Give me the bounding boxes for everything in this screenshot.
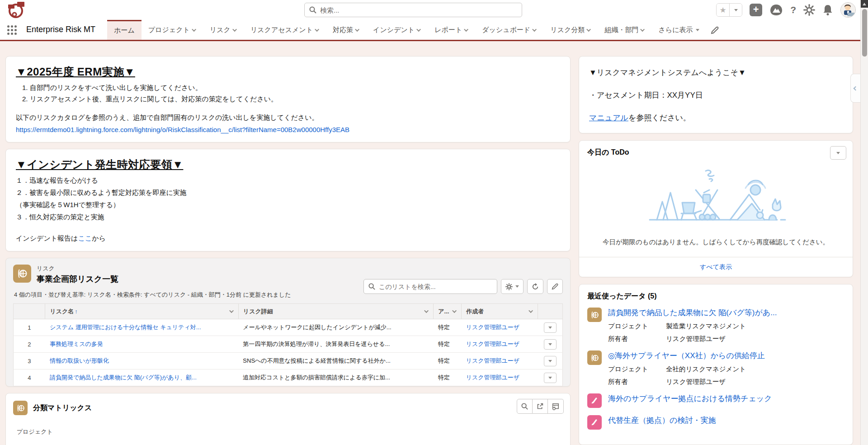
recent-record-link[interactable]: 請負開発で納品した成果物に欠 陥(バグ等)があ...: [608, 308, 777, 318]
user-avatar[interactable]: [840, 2, 856, 18]
classification-matrix-card: 分類マトリックス プロジェクト: [5, 393, 571, 445]
incident-line-1: １．迅速な報告を心がける: [16, 176, 560, 185]
home-page-content: ▼2025年度 ERM実施▼ 1. 自部門のリスクをすべて洗い出しを実施してくだ…: [0, 43, 860, 445]
favorites-split-button[interactable]: ★: [716, 3, 742, 17]
chevron-down-icon[interactable]: [452, 308, 457, 313]
erm-item-1: 1. 自部門のリスクをすべて洗い出しを実施してください。: [22, 84, 560, 92]
list-search-input[interactable]: [379, 283, 487, 290]
matrix-project-input[interactable]: [17, 437, 270, 445]
tab-risk-assessment[interactable]: リスクアセスメント: [244, 20, 326, 40]
setup-gear-icon[interactable]: [803, 4, 815, 16]
tab-countermeasure[interactable]: 対応策: [326, 20, 366, 40]
scrollbar-thumb[interactable]: [862, 9, 867, 57]
global-search-input[interactable]: [320, 6, 510, 14]
col-risk-detail[interactable]: リスク詳細: [238, 304, 433, 319]
risk-name-link[interactable]: 請負開発で納品した成果物に欠 陥(バグ等)があり、顧...: [50, 374, 197, 381]
creator-link[interactable]: リスク管理部ユーザ: [466, 324, 520, 331]
recent-record-link[interactable]: ◎海外サプライヤー（XX社）からの供給停止: [608, 350, 765, 361]
list-view-title[interactable]: 事業企画部リスク一覧: [37, 274, 118, 284]
row-actions-button[interactable]: [544, 356, 557, 366]
todo-title: 今日の ToDo: [587, 148, 844, 157]
chevron-down-icon[interactable]: [416, 27, 421, 32]
matrix-open-button[interactable]: [533, 399, 548, 414]
edit-nav-pencil-icon[interactable]: [711, 26, 719, 34]
favorite-star-icon[interactable]: ★: [717, 4, 729, 16]
search-icon: [309, 6, 316, 14]
chevron-down-icon[interactable]: [532, 27, 537, 32]
list-refresh-button[interactable]: [527, 279, 543, 294]
assessment-cell: 特定: [434, 353, 462, 369]
recent-record-link[interactable]: 代替生産（拠点）の検討・実施: [608, 415, 716, 426]
pencil-icon: [552, 283, 558, 290]
nav-tabs: ホーム プロジェクト リスク リスクアセスメント 対応策 インシデント レポート…: [107, 20, 706, 40]
tab-project[interactable]: プロジェクト: [142, 20, 203, 40]
recent-record-link[interactable]: 海外のサプライヤー拠点における情勢チェック: [608, 393, 772, 404]
chevron-down-icon[interactable]: [315, 27, 319, 32]
risk-catalog-link[interactable]: https://ermtdemo01.lightning.force.com/l…: [16, 126, 349, 133]
manual-link[interactable]: マニュアル: [589, 114, 628, 122]
chevron-down-icon[interactable]: [229, 308, 234, 313]
scroll-up-button[interactable]: [861, 0, 868, 8]
help-icon[interactable]: ?: [790, 5, 796, 15]
incident-report-link[interactable]: ここ: [78, 234, 92, 242]
app-name[interactable]: Enterprise Risk MT: [26, 25, 95, 40]
tab-dashboard[interactable]: ダッシュボード: [475, 20, 543, 40]
matrix-table-settings-button[interactable]: [548, 399, 564, 414]
row-actions-button[interactable]: [544, 373, 557, 383]
col-risk-name[interactable]: リスク名↑: [45, 304, 238, 319]
chevron-down-icon[interactable]: [355, 27, 359, 32]
list-edit-button[interactable]: [547, 279, 563, 294]
col-creator[interactable]: 作成者: [462, 304, 538, 319]
notifications-bell-icon[interactable]: [822, 4, 833, 16]
col-assessment[interactable]: ア...: [434, 304, 462, 319]
tab-show-more[interactable]: さらに表示: [651, 20, 706, 40]
matrix-search-button[interactable]: [517, 399, 533, 414]
trailhead-guidance-icon[interactable]: [769, 4, 783, 16]
creator-link[interactable]: リスク管理部ユーザ: [466, 357, 520, 364]
global-actions-button[interactable]: +: [750, 4, 762, 16]
assessment-cell: 特定: [434, 319, 462, 336]
chevron-down-icon[interactable]: [587, 27, 591, 32]
risk-list-view-card: リスク 事業企画部リスク一覧 4: [5, 258, 571, 387]
list-search-box[interactable]: [363, 279, 497, 294]
tab-risk[interactable]: リスク: [203, 20, 244, 40]
risk-name-link[interactable]: 情報の取扱いが形骸化: [50, 357, 109, 364]
chevron-down-icon[interactable]: [424, 308, 429, 313]
chevron-down-icon[interactable]: [528, 308, 533, 313]
tab-home[interactable]: ホーム: [107, 20, 142, 40]
gear-icon: [505, 283, 513, 290]
row-actions-button[interactable]: [544, 322, 557, 333]
tab-incident[interactable]: インシデント: [366, 20, 428, 40]
chevron-left-icon: [854, 86, 858, 90]
risk-name-link[interactable]: 事務処理ミスの多発: [50, 341, 103, 347]
risk-detail-cell: 追加対応コストと多額の損害賠償請求による赤字に加...: [238, 369, 433, 386]
row-number: 3: [14, 353, 45, 369]
col-actions: [538, 304, 563, 319]
todo-menu-button[interactable]: [830, 146, 846, 160]
risk-object-icon: [587, 350, 602, 365]
list-settings-button[interactable]: [501, 279, 524, 294]
tab-risk-classification[interactable]: リスク分類: [543, 20, 598, 40]
global-search[interactable]: [304, 3, 522, 17]
favorites-dropdown[interactable]: [729, 4, 742, 16]
todo-card: 今日の ToDo: [579, 140, 853, 277]
row-actions-button[interactable]: [544, 339, 557, 350]
risk-name-link[interactable]: システム 運用管理における十分な情報セ キュリティ対...: [50, 324, 201, 331]
list-item: ◎海外サプライヤー（XX社）からの供給停止 プロジェクト全社的リスクマネジメント…: [587, 350, 844, 386]
creator-link[interactable]: リスク管理部ユーザ: [466, 374, 520, 381]
creator-link[interactable]: リスク管理部ユーザ: [466, 341, 520, 347]
app-launcher-icon[interactable]: [7, 25, 17, 35]
chevron-down-icon[interactable]: [464, 27, 468, 32]
tab-report[interactable]: レポート: [428, 20, 475, 40]
tab-organization[interactable]: 組織・部門: [598, 20, 651, 40]
chevron-down-icon[interactable]: [232, 27, 237, 32]
chevron-down-icon[interactable]: [641, 27, 645, 32]
collapse-panel-tab[interactable]: [850, 74, 860, 103]
page-scrollbar[interactable]: [860, 0, 868, 445]
todo-empty-text: 今日が期限のものはありません。しばらくしてから再度確認してください。: [587, 238, 844, 246]
chevron-down-icon[interactable]: [192, 27, 196, 32]
risk-detail-cell: SNSへの不用意な投稿による経営情報に関する社外か...: [238, 353, 433, 369]
todo-view-all-link[interactable]: すべて表示: [700, 263, 732, 271]
incident-line-2: ２．被害を最小限に収めるよう暫定対応策を即座に実施: [16, 189, 560, 197]
row-number: 2: [14, 336, 45, 353]
